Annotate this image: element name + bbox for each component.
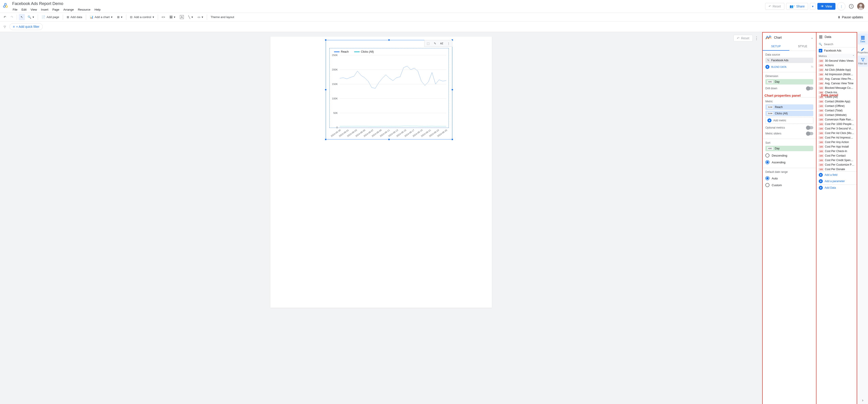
help-icon[interactable]: ?⃝ — [811, 65, 813, 68]
metric-item[interactable]: 123Blocked Message Conversations — [816, 86, 857, 90]
sort-ascending-radio[interactable]: Ascending — [765, 159, 813, 166]
metric-item[interactable]: 123Cost Per Ad Impression (Mobile... — [816, 135, 857, 140]
data-source-item[interactable]: ▸ Facebook Ads — [816, 48, 857, 54]
rail-expand[interactable]: › — [858, 396, 868, 404]
sort-descending-radio[interactable]: Descending — [765, 152, 813, 159]
dimension-chip[interactable]: ABC Day — [765, 79, 813, 85]
shape-button[interactable]: ▭ ▾ — [196, 14, 205, 20]
metric-item[interactable]: 123Contact (Offline) — [816, 104, 857, 108]
menu-help[interactable]: Help — [93, 7, 102, 12]
chart-type-selector[interactable]: Chart ⌄ — [763, 33, 816, 42]
undo-button[interactable]: ↶ — [2, 14, 8, 20]
metric-clicks-chip[interactable]: SUM Clicks (All) — [765, 111, 813, 116]
collapse-icon[interactable]: ⌃ — [852, 55, 855, 58]
chart-more-icon[interactable]: ⋮ — [445, 41, 452, 46]
pause-updates-button[interactable]: ⏸ Pause updates — [834, 14, 866, 20]
theme-button[interactable]: Theme and layout — [209, 14, 236, 20]
canvas-reset-button[interactable]: ↶ Reset — [734, 35, 753, 41]
metric-item[interactable]: 123Cost Per App Install — [816, 145, 857, 149]
metric-item[interactable]: 123Conversion Rate Ranking — [816, 117, 857, 122]
canvas-more-icon[interactable]: ⋮ — [754, 36, 758, 41]
date-auto-radio[interactable]: Auto — [765, 175, 813, 182]
tab-style[interactable]: STYLE — [789, 42, 816, 51]
share-dropdown[interactable]: ▾ — [810, 3, 815, 10]
metric-item[interactable]: 123Contact (Mobile App) — [816, 99, 857, 104]
resize-handle[interactable] — [452, 138, 453, 140]
menu-view[interactable]: View — [29, 7, 39, 12]
metric-item[interactable]: 123Avg. Canvas View Time — [816, 81, 857, 86]
data-source-chip[interactable]: ✎ Facebook Ads — [765, 58, 813, 63]
metric-item[interactable]: 123Ad Impression (Mobile App) — [816, 72, 857, 76]
metric-item[interactable]: 123Avg. Canvas View Percentage — [816, 76, 857, 81]
menu-file[interactable]: File — [11, 7, 19, 12]
view-button[interactable]: 👁 View — [817, 3, 835, 10]
metric-item[interactable]: 123Cost Per 3-Second Video Views — [816, 126, 857, 131]
menu-arrange[interactable]: Arrange — [61, 7, 75, 12]
date-custom-radio[interactable]: Custom — [765, 182, 813, 188]
rail-properties[interactable]: Properties — [858, 44, 868, 56]
resize-handle[interactable] — [325, 89, 327, 91]
select-tool[interactable]: ↖ — [19, 14, 25, 20]
chart-time-series[interactable]: ⬚ ✎ AZ ⋮ Reach Clicks (All) — [326, 40, 452, 139]
metric-item[interactable]: 123Contact (Total) — [816, 108, 857, 113]
resize-handle[interactable] — [388, 138, 390, 140]
metric-item[interactable]: 123Cost Per Ad Click (Mobile App) — [816, 131, 857, 135]
app-logo[interactable] — [2, 2, 9, 9]
image-button[interactable]: 🖼 ▾ — [168, 14, 177, 20]
rail-filter-bar[interactable]: Filter bar — [858, 56, 868, 67]
resize-handle[interactable] — [325, 39, 327, 41]
reset-button[interactable]: ↶ Reset — [765, 3, 784, 10]
resize-handle[interactable] — [452, 89, 453, 91]
add-parameter-button[interactable]: + Add a parameter — [816, 178, 857, 184]
community-viz-button[interactable]: ⊞ ▾ — [115, 14, 124, 20]
add-field-button[interactable]: + Add a field — [816, 172, 857, 178]
help-button[interactable]: ? — [847, 2, 855, 10]
blend-data-button[interactable]: + BLEND DATA ?⃝ — [765, 64, 813, 70]
canvas[interactable]: ↶ Reset ⋮ ⬚ ✎ AZ ⋮ — [0, 32, 762, 404]
embed-button[interactable]: <> — [160, 14, 167, 20]
add-page-button[interactable]: 📄Add page — [40, 14, 61, 20]
zoom-tool[interactable]: 🔍 ▾ — [26, 14, 36, 20]
metric-sliders-toggle[interactable] — [807, 132, 813, 135]
add-data-button[interactable]: + Add Data — [816, 184, 857, 191]
chart-sort-icon[interactable]: AZ — [438, 41, 445, 46]
resize-handle[interactable] — [325, 138, 327, 140]
line-button[interactable]: ╲ ▾ — [186, 14, 195, 20]
doc-title[interactable]: Facebook Ads Report Demo — [11, 1, 763, 6]
menu-resource[interactable]: Resource — [76, 7, 92, 12]
user-avatar[interactable] — [857, 3, 864, 10]
text-button[interactable]: A — [178, 14, 186, 20]
metric-item[interactable]: 123Cost Per Check-In — [816, 149, 857, 153]
metric-reach-chip[interactable]: SUM Reach — [765, 104, 813, 110]
report-page[interactable]: ⬚ ✎ AZ ⋮ Reach Clicks (All) — [270, 37, 492, 308]
metric-item[interactable]: 123Cost Per Donate — [816, 167, 857, 172]
menu-page[interactable]: Page — [51, 7, 61, 12]
resize-handle[interactable] — [388, 39, 390, 41]
redo-button[interactable]: ↷ — [9, 14, 15, 20]
optional-metrics-toggle[interactable] — [807, 126, 813, 129]
add-chart-button[interactable]: 📊Add a chart ▾ — [88, 14, 115, 20]
add-quick-filter-button[interactable]: ≡ + Add quick filter — [9, 23, 43, 30]
drill-down-toggle[interactable] — [807, 87, 813, 90]
add-data-button[interactable]: ⊞Add data — [65, 14, 84, 20]
add-metric-button[interactable]: + Add metric — [765, 117, 813, 124]
metric-item[interactable]: 123Cost Per Contact — [816, 153, 857, 158]
filter-icon[interactable]: ▽ — [3, 25, 7, 28]
metric-item[interactable]: 12330-Second Video Views — [816, 59, 857, 63]
menu-insert[interactable]: Insert — [39, 7, 50, 12]
tab-setup[interactable]: SETUP — [763, 42, 789, 51]
rail-data[interactable]: Data — [858, 33, 868, 44]
chart-edit-icon[interactable]: ✎ — [432, 41, 438, 46]
metric-item[interactable]: 123Cost Per Customize Product — [816, 162, 857, 167]
more-options-button[interactable]: ⋮ — [837, 2, 845, 10]
chart-select-area-icon[interactable]: ⬚ — [425, 41, 431, 46]
data-search-input[interactable] — [824, 42, 857, 46]
share-button[interactable]: 👥⁺ Share — [786, 3, 808, 10]
metric-item[interactable]: 123Cost Per Any Action — [816, 140, 857, 145]
metric-item[interactable]: 123Actions — [816, 63, 857, 68]
metric-item[interactable]: 123Cost Per 1000 People Reached — [816, 122, 857, 126]
metric-item[interactable]: 123Contact (Website) — [816, 113, 857, 117]
metric-item[interactable]: 123Ad Click (Mobile App) — [816, 68, 857, 72]
menu-edit[interactable]: Edit — [20, 7, 28, 12]
add-control-button[interactable]: ⊟Add a control ▾ — [128, 14, 156, 20]
